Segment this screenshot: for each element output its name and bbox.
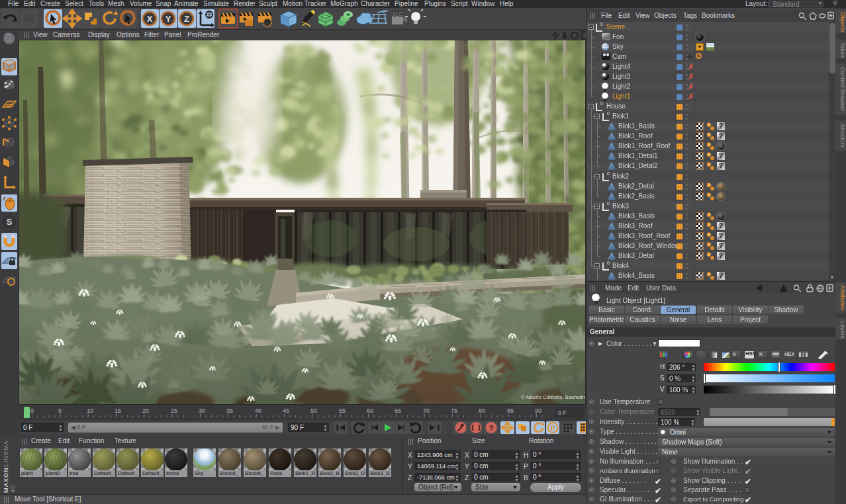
svg-text:Z: Z bbox=[184, 14, 189, 24]
svg-text:S: S bbox=[7, 217, 13, 227]
svg-text:© Alberto Cibinetto, Baumathe: © Alberto Cibinetto, Baumathe bbox=[521, 394, 585, 400]
svg-text:Y: Y bbox=[165, 14, 171, 24]
svg-text:P: P bbox=[551, 425, 555, 432]
svg-text:X: X bbox=[147, 14, 153, 24]
svg-text:?: ? bbox=[489, 424, 494, 432]
